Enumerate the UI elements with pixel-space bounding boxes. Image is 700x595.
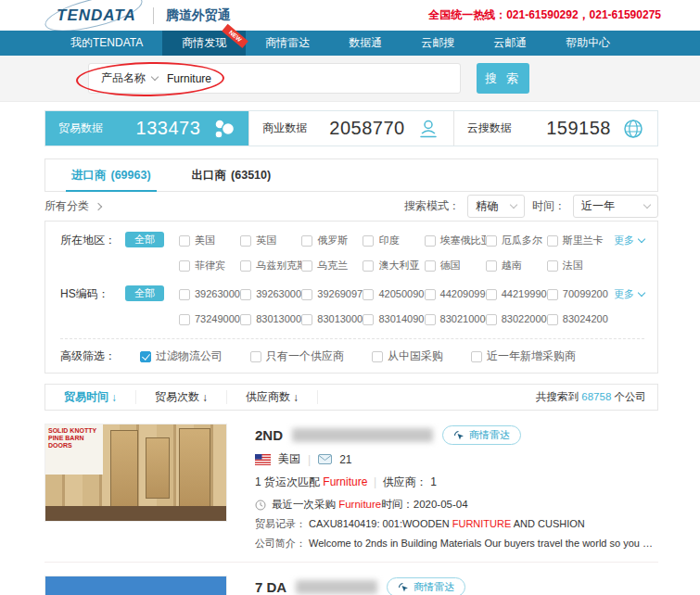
- checkbox[interactable]: [179, 289, 190, 300]
- company-thumbnail[interactable]: SOLID KNOTTY PINE BARN DOORS: [45, 424, 227, 522]
- company-name[interactable]: 7 DA: [255, 579, 286, 595]
- checkbox-option[interactable]: 斯里兰卡: [547, 232, 608, 249]
- checkbox[interactable]: [240, 314, 251, 325]
- stat-trade-data[interactable]: 贸易数据 133473: [45, 111, 248, 146]
- checkbox[interactable]: [547, 314, 558, 325]
- checkbox[interactable]: [425, 260, 436, 272]
- trade-record-text: AND CUSHION: [514, 518, 585, 529]
- checkbox[interactable]: [240, 235, 251, 247]
- checkbox[interactable]: [301, 235, 312, 247]
- checkbox-option[interactable]: 埃塞俄比亚: [425, 232, 486, 249]
- checkbox-option[interactable]: 83014090: [363, 310, 424, 328]
- checkbox-option[interactable]: 印度: [363, 232, 424, 249]
- checkbox[interactable]: [179, 314, 190, 325]
- tab-exporters[interactable]: 出口商 (63510): [192, 159, 272, 191]
- envelope-icon[interactable]: [318, 454, 332, 464]
- checkbox[interactable]: [471, 351, 482, 362]
- checkbox-option[interactable]: 44209099: [425, 285, 486, 303]
- checkbox-option[interactable]: 俄罗斯: [301, 232, 363, 249]
- checkbox[interactable]: [486, 260, 497, 272]
- nav-item-radar[interactable]: 商情雷达: [246, 31, 329, 56]
- nav-item-help-center[interactable]: 帮助中心: [546, 31, 630, 56]
- sort-trade-count[interactable]: 贸易次数 ↓: [136, 390, 227, 404]
- checkbox-option[interactable]: 法国: [547, 257, 608, 274]
- company-thumbnail[interactable]: 7DAY: [45, 576, 227, 595]
- checkbox[interactable]: [179, 260, 190, 272]
- tab-label: 出口商: [192, 168, 227, 184]
- checkbox-option[interactable]: 8302100000: [425, 310, 486, 328]
- option-label: 过滤物流公司: [156, 348, 223, 365]
- checkbox-option[interactable]: 美国: [179, 232, 240, 249]
- search-category-dropdown[interactable]: 产品名称: [89, 70, 167, 86]
- search-mode-select[interactable]: 精确: [467, 195, 525, 218]
- checkbox-option[interactable]: 83013000: [240, 310, 301, 328]
- nav-item-cloud-mail[interactable]: 云邮通: [474, 31, 546, 56]
- logo[interactable]: TENDATA 腾道外贸通: [51, 5, 231, 27]
- search-input[interactable]: [167, 72, 460, 85]
- checkbox[interactable]: [363, 314, 374, 325]
- region-all-button[interactable]: 全部: [125, 232, 164, 247]
- hs-all-button[interactable]: 全部: [125, 285, 164, 301]
- sort-trade-time[interactable]: 贸易时间 ↓: [45, 390, 136, 404]
- checkbox-option[interactable]: 从中国采购: [372, 348, 443, 365]
- checkbox[interactable]: [425, 289, 436, 300]
- radar-button[interactable]: 商情雷达: [387, 577, 465, 595]
- region-more-link[interactable]: 更多: [614, 232, 644, 249]
- checkbox-option[interactable]: 3926909709: [301, 285, 363, 303]
- nav-item-discovery[interactable]: 商情发现 NEW: [162, 31, 246, 56]
- radar-button[interactable]: 商情雷达: [442, 425, 521, 445]
- search-button[interactable]: 搜 索: [477, 63, 529, 94]
- checkbox-option[interactable]: 过滤物流公司: [140, 348, 223, 365]
- checkbox-option[interactable]: 只有一个供应商: [250, 348, 344, 365]
- nav-item-cloud-mail-search[interactable]: 云邮搜: [401, 31, 474, 56]
- checkbox[interactable]: [425, 314, 436, 325]
- checkbox[interactable]: [240, 260, 251, 272]
- checkbox-option[interactable]: 乌克兰: [301, 257, 363, 274]
- checkbox[interactable]: [301, 314, 312, 325]
- checkbox-option[interactable]: 德国: [425, 257, 486, 274]
- checkbox[interactable]: [372, 351, 383, 362]
- sort-supplier-count[interactable]: 供应商数 ↓: [227, 390, 318, 404]
- checkbox[interactable]: [363, 289, 374, 300]
- checkbox-option[interactable]: 8302200000: [486, 310, 547, 328]
- checkbox[interactable]: [240, 289, 251, 300]
- checkbox-option[interactable]: 乌兹别克斯..: [240, 257, 301, 274]
- stat-cloud-search-data[interactable]: 云搜数据 159158: [453, 111, 657, 146]
- nav-item-my-tendata[interactable]: 我的TENDATA: [51, 31, 162, 56]
- checkbox-option[interactable]: 83024200: [547, 310, 608, 328]
- checkbox-checked[interactable]: [140, 351, 151, 362]
- checkbox-option[interactable]: 英国: [240, 232, 301, 249]
- checkbox[interactable]: [179, 235, 190, 247]
- checkbox-option[interactable]: 44219990: [486, 285, 547, 303]
- time-select[interactable]: 近一年: [573, 195, 658, 218]
- checkbox-option[interactable]: 越南: [486, 257, 547, 274]
- checkbox[interactable]: [301, 289, 312, 300]
- checkbox-option[interactable]: 菲律宾: [179, 257, 240, 274]
- all-categories-link[interactable]: 所有分类: [45, 198, 101, 214]
- checkbox[interactable]: [486, 289, 497, 300]
- checkbox[interactable]: [486, 314, 497, 325]
- checkbox-option[interactable]: 39263000: [179, 285, 240, 303]
- checkbox[interactable]: [547, 235, 558, 247]
- checkbox-option[interactable]: 8301300000: [301, 310, 363, 328]
- checkbox-option[interactable]: 3926300000: [240, 285, 301, 303]
- checkbox[interactable]: [363, 235, 374, 247]
- tab-importers[interactable]: 进口商 (69963): [71, 159, 151, 191]
- checkbox[interactable]: [547, 260, 558, 272]
- company-name[interactable]: 2ND: [255, 427, 283, 443]
- checkbox-option[interactable]: 70099200: [547, 285, 608, 303]
- checkbox-option[interactable]: 厄瓜多尔: [486, 232, 547, 249]
- checkbox[interactable]: [547, 289, 558, 300]
- nav-item-datatong[interactable]: 数据通: [329, 31, 401, 56]
- hs-more-link[interactable]: 更多: [614, 285, 644, 303]
- checkbox[interactable]: [301, 260, 312, 272]
- checkbox-option[interactable]: 42050090: [363, 285, 424, 303]
- checkbox[interactable]: [363, 260, 374, 272]
- checkbox-option[interactable]: 澳大利亚: [363, 257, 424, 274]
- checkbox-option[interactable]: 近一年新增采购商: [471, 348, 576, 365]
- checkbox[interactable]: [486, 235, 497, 247]
- stat-business-data[interactable]: 商业数据 2058770: [248, 111, 452, 146]
- checkbox-option[interactable]: 73249000: [179, 310, 240, 328]
- checkbox[interactable]: [425, 235, 436, 247]
- checkbox[interactable]: [250, 351, 261, 362]
